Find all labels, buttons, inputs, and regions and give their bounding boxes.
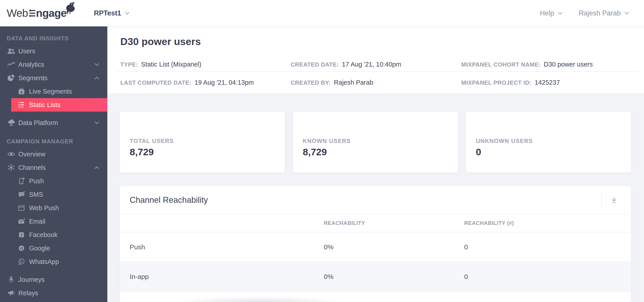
- meta-mixpanel-cohort-name: MIXPANEL COHORT NAME: D30 power users: [461, 61, 593, 68]
- web-push-browser-icon: [18, 204, 26, 212]
- whatsapp-icon: [18, 258, 26, 266]
- help-menu[interactable]: Help: [540, 9, 562, 17]
- data-platform-cloud-icon: [7, 119, 16, 127]
- meta-value: 17 Aug '21, 10:40pm: [342, 61, 401, 68]
- meta-label: MIXPANEL COHORT NAME:: [461, 61, 541, 68]
- table-row-push: Push 0% 0: [120, 232, 631, 262]
- topbar-right: Help Rajesh Parab: [540, 0, 629, 26]
- sidebar-item-data-platform[interactable]: Data Platform: [0, 116, 107, 129]
- logo-bird-icon: [63, 1, 77, 14]
- meta-label: MIXPANEL PROJECT ID:: [461, 79, 532, 86]
- sidebar-item-label: Journeys: [18, 276, 99, 283]
- meta-created-by: CREATED BY: Rajesh Parab: [291, 79, 373, 86]
- user-menu[interactable]: Rajesh Parab: [579, 9, 629, 17]
- rocket-icon: [7, 275, 16, 284]
- table-row-in-app: In-app 0% 0: [120, 262, 631, 291]
- sidebar-item-whatsapp[interactable]: WhatsApp: [11, 255, 107, 268]
- panel-title: Channel Reachability: [130, 195, 208, 205]
- sidebar-item-push[interactable]: Push: [11, 174, 107, 188]
- stat-value: 8,729: [130, 146, 154, 158]
- meta-label: TYPE:: [120, 61, 138, 68]
- download-button[interactable]: [608, 194, 620, 206]
- sidebar-item-label: Web Push: [29, 204, 59, 212]
- panel-header: Channel Reachability: [120, 186, 631, 214]
- segments-pie-icon: [7, 74, 16, 82]
- section-campaign-manager: CAMPAIGN MANAGER: [0, 135, 107, 147]
- sidebar-item-facebook[interactable]: f Facebook: [11, 228, 107, 241]
- topbar: Web ngage RPTest1 Help Rajesh Parab: [0, 0, 644, 27]
- channels-hub-icon: [7, 164, 16, 172]
- meta-label: CREATED BY:: [291, 79, 331, 86]
- stat-label: KNOWN USERS: [303, 137, 350, 144]
- google-icon: G: [18, 244, 26, 252]
- sidebar-item-label: Google: [29, 245, 50, 252]
- sidebar-item-label: Analytics: [18, 61, 94, 68]
- sidebar-item-web-push[interactable]: Web Push: [11, 201, 107, 215]
- chevron-up-icon: [94, 166, 99, 169]
- chevron-down-icon: [94, 63, 99, 66]
- sidebar-item-live-segments[interactable]: Live Segments: [11, 85, 107, 98]
- sidebar-item-analytics[interactable]: Analytics: [0, 58, 107, 71]
- stat-value: 0: [476, 146, 481, 158]
- analytics-icon: [7, 61, 16, 69]
- sidebar-item-overview[interactable]: Overview: [0, 147, 107, 161]
- svg-text:G: G: [20, 246, 23, 251]
- svg-text:f: f: [21, 233, 22, 237]
- sidebar-item-label: Users: [18, 48, 99, 55]
- sidebar-item-static-lists[interactable]: Static Lists: [11, 98, 107, 112]
- meta-mixpanel-project-id: MIXPANEL PROJECT ID: 1425237: [461, 79, 560, 86]
- project-name: RPTest1: [94, 9, 121, 17]
- sidebar-item-label: Channels: [18, 164, 94, 171]
- logo-e-arrows-icon: [28, 9, 36, 17]
- sidebar-item-label: Facebook: [29, 231, 58, 239]
- meta-row-divider: [116, 71, 639, 72]
- cell-reachability-count: 0: [464, 273, 468, 280]
- sidebar-item-google[interactable]: G Google: [11, 241, 107, 255]
- meta-value: Rajesh Parab: [334, 79, 373, 86]
- column-header-reachability-count: REACHABILITY (#): [464, 220, 514, 226]
- sidebar-item-label: SMS: [29, 191, 43, 198]
- sidebar-item-relays[interactable]: Relays: [0, 286, 107, 300]
- sidebar-item-email[interactable]: Email: [11, 215, 107, 228]
- sidebar-item-label: Segments: [18, 74, 94, 82]
- chevron-down-icon: [125, 12, 130, 15]
- sidebar-item-label: Static Lists: [29, 101, 60, 109]
- webengage-wordmark: Web ngage: [7, 7, 66, 19]
- sidebar-item-label: Relays: [18, 289, 99, 297]
- cell-reachability: 0%: [324, 273, 334, 280]
- section-data-and-insights: DATA AND INSIGHTS: [0, 32, 107, 44]
- sidebar-item-sms[interactable]: SMS: [11, 188, 107, 201]
- table-row-partial: [120, 291, 631, 302]
- project-selector[interactable]: RPTest1: [94, 0, 130, 26]
- meta-last-computed-date: LAST COMPUTED DATE: 19 Aug '21, 04:13pm: [120, 79, 254, 86]
- sidebar-item-label: Email: [29, 218, 46, 225]
- chevron-down-icon: [624, 12, 629, 15]
- live-segments-icon: [18, 87, 26, 95]
- channel-reachability-panel: Channel Reachability REACHABILITY REACHA…: [120, 186, 631, 302]
- sidebar-item-label: Data Platform: [18, 119, 94, 126]
- sidebar-item-label: Live Segments: [29, 88, 72, 95]
- page-title: D30 power users: [120, 36, 201, 48]
- cell-channel: In-app: [130, 273, 149, 280]
- sidebar-item-label: WhatsApp: [29, 258, 59, 265]
- sidebar-item-segments[interactable]: Segments: [0, 71, 107, 85]
- sidebar-item-users[interactable]: Users: [0, 44, 107, 58]
- meta-value: D30 power users: [544, 61, 593, 68]
- megaphone-icon: [7, 289, 16, 297]
- meta-created-date: CREATED DATE: 17 Aug '21, 10:40pm: [291, 61, 401, 68]
- meta-type: TYPE: Static List (Mixpanel): [120, 61, 201, 68]
- stat-card-total-users: TOTAL USERS 8,729: [120, 112, 285, 173]
- sidebar-item-label: Push: [29, 178, 44, 185]
- sidebar-item-channels[interactable]: Channels: [0, 161, 107, 174]
- help-label: Help: [540, 9, 554, 17]
- webengage-logo[interactable]: Web ngage: [7, 7, 80, 20]
- logo-text-web: Web: [7, 7, 28, 19]
- stat-label: UNKNOWN USERS: [476, 137, 533, 144]
- sms-bubble-icon: [18, 190, 26, 199]
- column-header-reachability: REACHABILITY: [324, 220, 365, 226]
- segments-submenu: Live Segments Static Lists: [0, 85, 107, 112]
- sidebar-nav: DATA AND INSIGHTS Users Analytics Segmen…: [0, 27, 107, 302]
- sidebar-item-journeys[interactable]: Journeys: [0, 273, 107, 286]
- cell-reachability: 0%: [324, 243, 334, 251]
- sidebar-item-label: Overview: [18, 150, 99, 158]
